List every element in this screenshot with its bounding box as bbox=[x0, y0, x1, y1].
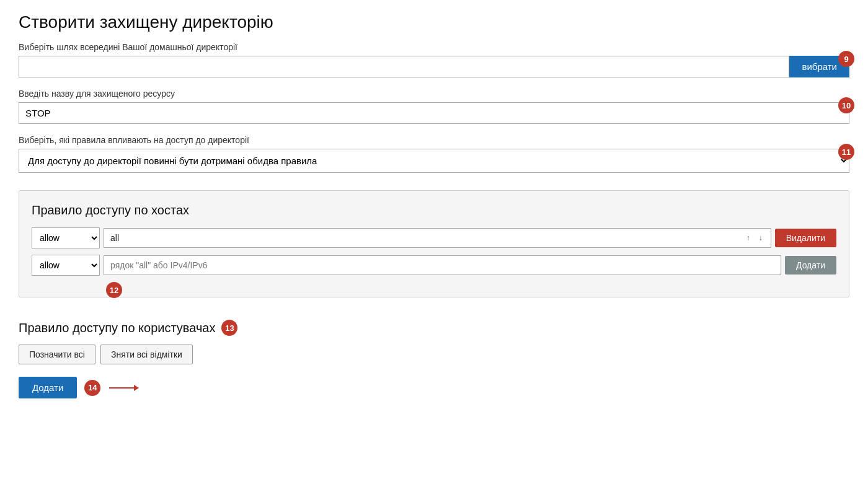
host-rule-row1-down-button[interactable]: ↓ bbox=[757, 233, 764, 243]
path-input[interactable] bbox=[19, 56, 789, 77]
host-rule-row1-select[interactable]: allowdeny bbox=[32, 227, 100, 248]
host-rule-delete-button[interactable]: Видалити bbox=[775, 229, 836, 247]
host-rule-row-1: allowdeny all ↑ ↓ Видалити bbox=[32, 227, 836, 248]
host-rule-row2-input[interactable] bbox=[104, 255, 781, 275]
host-rule-row-2: allowdeny Додати 12 bbox=[32, 255, 836, 276]
submit-row: Додати 14 bbox=[19, 377, 849, 398]
select-all-button[interactable]: Позначити всі bbox=[19, 345, 95, 364]
user-rule-btn-group: Позначити всі Зняти всі відмітки bbox=[19, 345, 849, 364]
host-rule-title: Правило доступу по хостах bbox=[32, 203, 836, 218]
path-label: Виберіть шлях всередині Вашої домашньої … bbox=[19, 42, 849, 52]
submit-arrow-icon bbox=[108, 382, 139, 393]
rule-select-label: Виберіть, які правила впливають на досту… bbox=[19, 135, 849, 145]
user-rule-title-container: Правило доступу по користувачах 13 bbox=[19, 320, 849, 336]
host-rule-row1-value-display: all ↑ ↓ bbox=[104, 228, 771, 248]
host-rule-row2-select[interactable]: allowdeny bbox=[32, 255, 100, 276]
host-rule-add-button[interactable]: Додати bbox=[785, 256, 836, 275]
host-rule-panel: Правило доступу по хостах allowdeny all … bbox=[19, 190, 849, 297]
host-rule-row1-up-button[interactable]: ↑ bbox=[745, 233, 752, 243]
access-rule-dropdown[interactable]: Для доступу до директорії повинні бути д… bbox=[19, 149, 849, 173]
resource-label: Введіть назву для захищеного ресурсу bbox=[19, 89, 849, 99]
deselect-all-button[interactable]: Зняти всі відмітки bbox=[100, 345, 193, 364]
svg-marker-1 bbox=[134, 385, 139, 391]
submit-button[interactable]: Додати bbox=[19, 377, 77, 398]
resource-name-input[interactable] bbox=[19, 102, 849, 124]
user-rule-title: Правило доступу по користувачах bbox=[19, 321, 215, 335]
annotation-badge-14: 14 bbox=[84, 380, 100, 396]
page-title: Створити захищену директорію bbox=[19, 12, 849, 32]
annotation-badge-11: 11 bbox=[838, 144, 854, 160]
annotation-badge-13: 13 bbox=[221, 320, 237, 336]
annotation-badge-12: 12 bbox=[106, 282, 122, 298]
annotation-badge-10: 10 bbox=[838, 97, 854, 113]
host-rule-row1-value: all bbox=[110, 233, 119, 243]
annotation-badge-9: 9 bbox=[838, 51, 854, 67]
